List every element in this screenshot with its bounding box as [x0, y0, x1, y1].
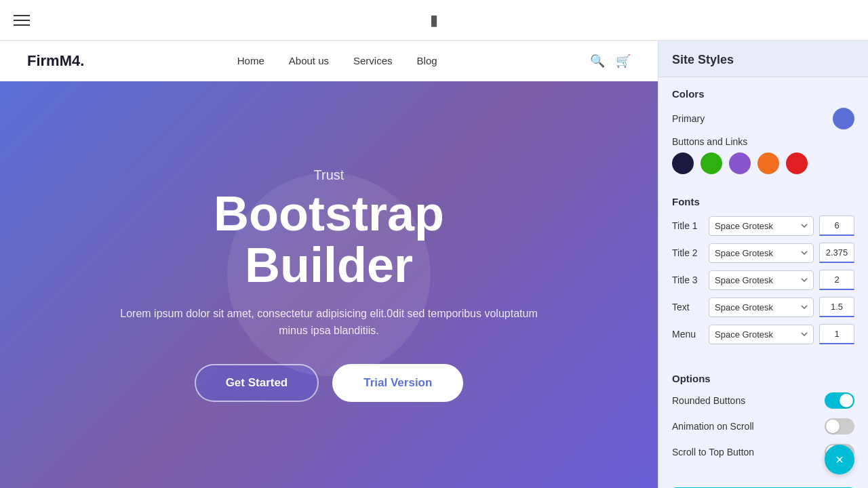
fonts-section-title: Fonts [672, 196, 854, 207]
colors-section-title: Colors [672, 88, 854, 100]
site-styles-panel: Site Styles Colors Primary Buttons and L… [658, 41, 868, 488]
cart-icon[interactable]: 🛒 [616, 54, 631, 68]
buttons-links-label: Buttons and Links [672, 136, 854, 147]
nav-item-home[interactable]: Home [237, 55, 264, 67]
site-nav-icons: 🔍 🛒 [590, 54, 631, 68]
font-select-title3[interactable]: Space Grotesk [709, 270, 814, 290]
option-row-animation: Animation on Scroll [672, 418, 854, 434]
rounded-buttons-label: Rounded Buttons [672, 395, 745, 406]
hero-subtitle: Trust [314, 167, 344, 183]
font-select-text[interactable]: Space Grotesk [709, 298, 814, 317]
primary-color-label: Primary [672, 113, 705, 124]
font-row-title3: Title 3 Space Grotesk 2 [672, 270, 854, 290]
search-icon[interactable]: 🔍 [590, 54, 605, 68]
toolbar: ▮ [0, 0, 868, 41]
font-size-menu[interactable]: 1 [819, 324, 854, 344]
hero-buttons: Get Started Trial Version [195, 364, 464, 402]
font-label-title1: Title 1 [672, 220, 703, 231]
font-size-title2[interactable]: 2.375 [819, 243, 854, 263]
font-select-title2[interactable]: Space Grotesk [709, 243, 814, 263]
color-swatch-purple[interactable] [729, 152, 751, 174]
font-size-text[interactable]: 1.5 [819, 297, 854, 317]
main-area: FirmM4. Home About us Services Blog 🔍 🛒 … [0, 41, 868, 488]
color-swatch-green[interactable] [701, 152, 722, 174]
buttons-colors-row [672, 152, 854, 174]
color-swatch-red[interactable] [786, 152, 808, 174]
site-navbar: FirmM4. Home About us Services Blog 🔍 🛒 [0, 41, 658, 81]
font-label-text: Text [672, 302, 703, 312]
preview-area: FirmM4. Home About us Services Blog 🔍 🛒 … [0, 41, 658, 488]
font-row-title1: Title 1 Space Grotesk 6 [672, 216, 854, 236]
panel-header: Site Styles [658, 41, 868, 77]
color-swatch-dark[interactable] [672, 152, 694, 174]
get-started-button[interactable]: Get Started [195, 364, 319, 402]
animation-scroll-toggle[interactable] [825, 418, 854, 434]
hero-description: Lorem ipsum dolor sit amet, consectetur … [112, 305, 546, 340]
nav-item-blog[interactable]: Blog [417, 55, 437, 67]
fonts-section: Fonts Title 1 Space Grotesk 6 Title 2 Sp… [658, 185, 868, 362]
options-section-title: Options [672, 373, 854, 384]
font-row-text: Text Space Grotesk 1.5 [672, 297, 854, 317]
nav-item-about[interactable]: About us [289, 55, 329, 67]
font-size-title1[interactable]: 6 [819, 216, 854, 236]
colors-section: Colors Primary Buttons and Links [658, 77, 868, 185]
font-label-menu: Menu [672, 329, 703, 340]
primary-color-row: Primary [672, 108, 854, 129]
close-icon: × [835, 452, 844, 468]
primary-color-swatch[interactable] [833, 108, 854, 129]
color-swatch-orange[interactable] [757, 152, 779, 174]
option-row-rounded-buttons: Rounded Buttons [672, 392, 854, 409]
font-select-title1[interactable]: Space Grotesk [709, 216, 814, 236]
font-row-menu: Menu Space Grotesk 1 [672, 324, 854, 344]
font-label-title3: Title 3 [672, 274, 703, 285]
font-row-title2: Title 2 Space Grotesk 2.375 [672, 243, 854, 263]
site-logo: FirmM4. [27, 52, 84, 70]
hamburger-menu[interactable] [14, 15, 30, 26]
hero-section: Trust Bootstrap Builder Lorem ipsum dolo… [0, 81, 658, 488]
hero-title-line2: Builder [214, 240, 444, 291]
close-fab-button[interactable]: × [825, 445, 854, 474]
scroll-top-label: Scroll to Top Button [672, 447, 754, 458]
font-size-title3[interactable]: 2 [819, 270, 854, 290]
font-select-menu[interactable]: Space Grotesk [709, 325, 814, 344]
hero-title: Bootstrap Builder [214, 188, 444, 291]
site-nav: Home About us Services Blog [237, 55, 437, 67]
rounded-buttons-toggle[interactable] [825, 392, 854, 409]
trial-version-button[interactable]: Trial Version [332, 364, 463, 402]
font-label-title2: Title 2 [672, 247, 703, 258]
animation-scroll-label: Animation on Scroll [672, 421, 754, 432]
nav-item-services[interactable]: Services [353, 55, 393, 67]
hero-title-line1: Bootstrap [214, 188, 444, 240]
device-icon[interactable]: ▮ [430, 12, 438, 29]
